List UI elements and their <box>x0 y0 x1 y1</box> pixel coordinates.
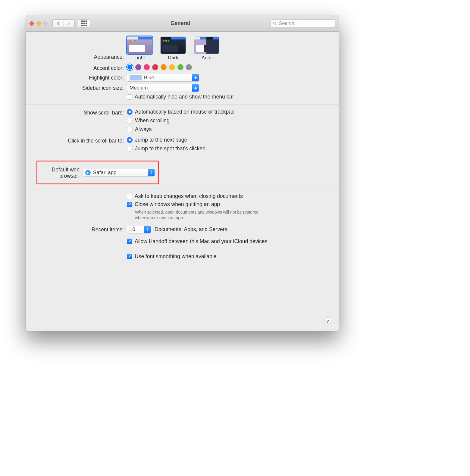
appearance-dark[interactable] <box>160 36 186 54</box>
accent-gray[interactable] <box>186 64 192 70</box>
appearance-light[interactable] <box>127 36 152 54</box>
window-controls <box>30 21 48 26</box>
search-placeholder: Search <box>279 21 294 26</box>
recent-value: 10 <box>130 227 135 233</box>
appearance-auto[interactable] <box>194 36 219 54</box>
handoff-checkbox[interactable]: Allow Handoff between this Mac and your … <box>127 238 330 245</box>
chevron-updown-icon <box>192 84 199 92</box>
preferences-window: General Search Appearance: Light <box>26 15 339 331</box>
menubar-hide-checkbox[interactable]: Automatically hide and show the menu bar <box>127 94 330 100</box>
highlight-popup[interactable]: Blue <box>127 74 199 82</box>
svg-line-1 <box>276 24 277 25</box>
close-windows-checkbox[interactable]: Close windows when quitting an app <box>127 201 330 208</box>
nav-back-forward <box>52 19 75 27</box>
minimize-window-button[interactable] <box>36 21 41 26</box>
highlight-value: Blue <box>144 75 154 81</box>
checkbox-icon <box>127 239 132 244</box>
scrollbars-label: Show scroll bars: <box>35 109 127 116</box>
recent-popup[interactable]: 10 <box>127 226 151 233</box>
checkbox-icon <box>127 202 132 207</box>
click-scroll-label: Click in the scroll bar to: <box>35 137 127 144</box>
sidebar-size-value: Medium <box>130 85 148 91</box>
back-button[interactable] <box>53 20 64 27</box>
accent-blue[interactable] <box>127 64 133 70</box>
close-window-button[interactable] <box>30 21 34 26</box>
divider <box>26 104 339 105</box>
ask-keep-label: Ask to keep changes when closing documen… <box>135 193 243 199</box>
radio-icon <box>127 109 133 115</box>
highlight-chip <box>130 75 142 80</box>
safari-icon <box>85 170 91 175</box>
divider <box>26 156 339 156</box>
accent-green[interactable] <box>177 64 183 70</box>
click-scroll-spot[interactable]: Jump to the spot that's clicked <box>127 146 330 152</box>
accent-swatches <box>127 64 330 70</box>
radio-icon <box>127 127 133 132</box>
font-smoothing-label: Use font smoothing when available <box>135 253 216 260</box>
sidebar-size-popup[interactable]: Medium <box>127 84 199 92</box>
recent-label: Recent items: <box>35 226 127 233</box>
divider <box>26 189 339 189</box>
scrollbars-auto[interactable]: Automatically based on mouse or trackpad <box>127 109 330 115</box>
search-input[interactable]: Search <box>270 19 335 27</box>
radio-icon <box>127 146 133 152</box>
accent-orange[interactable] <box>161 64 167 70</box>
show-all-button[interactable] <box>78 19 90 27</box>
appearance-auto-label: Auto <box>202 55 212 61</box>
ask-keep-checkbox[interactable]: Ask to keep changes when closing documen… <box>127 193 330 199</box>
grid-icon <box>81 20 87 26</box>
highlight-label: Highlight color: <box>35 74 127 81</box>
zoom-window-button <box>43 21 48 26</box>
checkbox-icon <box>127 254 132 259</box>
appearance-light-label: Light <box>134 55 145 61</box>
content: Appearance: Light <box>26 32 339 267</box>
recent-suffix: Documents, Apps, and Servers <box>155 226 227 233</box>
accent-purple[interactable] <box>135 64 141 70</box>
sidebar-size-label: Sidebar icon size: <box>35 84 127 91</box>
appearance-dark-label: Dark <box>168 55 178 61</box>
radio-icon <box>127 118 133 124</box>
divider <box>26 249 339 249</box>
appearance-label: Appearance: <box>35 36 127 60</box>
toolbar: General Search <box>26 15 339 32</box>
checkbox-icon <box>127 194 132 199</box>
chevron-updown-icon <box>192 74 199 81</box>
default-browser-value: Safari.app <box>93 170 117 176</box>
search-icon <box>273 21 277 26</box>
default-browser-highlight: Default web browser: Safari.app <box>36 161 159 184</box>
accent-red[interactable] <box>152 64 158 70</box>
radio-icon <box>127 137 133 143</box>
chevron-updown-icon <box>144 226 151 233</box>
handoff-label: Allow Handoff between this Mac and your … <box>135 238 267 245</box>
forward-button[interactable] <box>64 20 74 27</box>
accent-pink[interactable] <box>144 64 150 70</box>
chevron-updown-icon <box>148 169 155 176</box>
checkbox-icon <box>127 94 132 100</box>
click-scroll-next[interactable]: Jump to the next page <box>127 137 330 143</box>
help-button[interactable]: ? <box>324 317 331 324</box>
accent-yellow[interactable] <box>169 64 175 70</box>
default-browser-popup[interactable]: Safari.app <box>83 169 155 177</box>
default-browser-label: Default web browser: <box>37 166 83 179</box>
menubar-hide-label: Automatically hide and show the menu bar <box>135 94 234 100</box>
accent-label: Accent color: <box>35 64 127 71</box>
scrollbars-scrolling[interactable]: When scrolling <box>127 117 330 124</box>
close-windows-hint: When selected, open documents and window… <box>127 209 268 221</box>
window-title: General <box>93 20 267 27</box>
font-smoothing-checkbox[interactable]: Use font smoothing when available <box>127 253 330 260</box>
scrollbars-always[interactable]: Always <box>127 126 330 133</box>
close-windows-label: Close windows when quitting an app <box>135 201 220 208</box>
